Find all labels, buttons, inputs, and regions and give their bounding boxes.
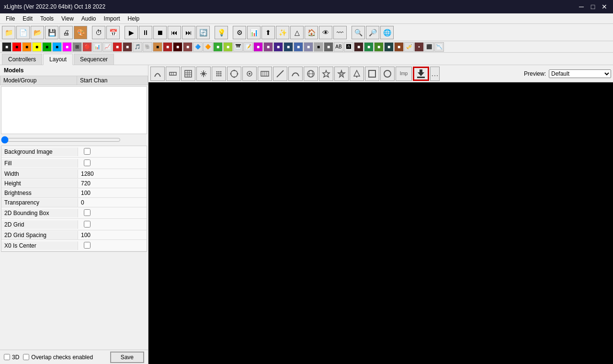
search2-btn[interactable]: 🔎 [366, 26, 379, 39]
replay-btn[interactable]: 🔄 [196, 26, 210, 39]
menu-file[interactable]: File [2, 14, 19, 23]
spinner-btn[interactable] [242, 67, 257, 81]
save-button[interactable]: Save [110, 352, 144, 363]
icon-btn-6[interactable]: ■ [52, 42, 62, 52]
icon-btn-1[interactable]: ■ [2, 42, 11, 52]
prop-checkbox-bounding-box[interactable] [84, 209, 91, 216]
minimize-button[interactable]: ─ [577, 2, 586, 11]
models-list-area[interactable] [1, 86, 147, 134]
icon-btn-10[interactable]: 📊 [92, 42, 102, 52]
new-btn[interactable]: 📄 [16, 26, 30, 39]
icon-btn-44[interactable]: 📉 [434, 42, 444, 52]
preview2-btn[interactable]: 👁 [319, 26, 332, 39]
prop-checkbox-2d-grid[interactable] [84, 221, 91, 228]
icon-btn-15[interactable]: 🐘 [143, 42, 152, 52]
icon-btn-8[interactable]: ⊞ [72, 42, 82, 52]
icon-btn-16[interactable]: ■ [153, 42, 162, 52]
h-scroll-input[interactable] [1, 136, 121, 144]
icon-btn-33[interactable]: ■ [324, 42, 333, 52]
matrix-btn[interactable] [181, 67, 195, 81]
icon-btn-9[interactable]: 🔴 [82, 42, 92, 52]
icon-btn-17[interactable]: ■ [163, 42, 172, 52]
menu-audio[interactable]: Audio [78, 14, 100, 23]
icon-btn-22[interactable]: ■ [213, 42, 223, 52]
icon-btn-34[interactable]: AB [334, 42, 343, 52]
icon-btn-40[interactable]: ■ [394, 42, 404, 52]
icon-btn-26[interactable]: ■ [253, 42, 263, 52]
icon-btn-7[interactable]: ■ [62, 42, 72, 52]
icon-btn-36[interactable]: ■ [354, 42, 363, 52]
menu-tools[interactable]: Tools [36, 14, 57, 23]
icon-btn-31[interactable]: ■ [304, 42, 313, 52]
maximize-button[interactable]: □ [588, 2, 598, 11]
prop-checkbox-x0-center[interactable] [84, 242, 91, 249]
more-btn[interactable]: … [430, 67, 440, 81]
checkbox-overlap[interactable] [23, 354, 29, 360]
settings-btn[interactable]: ⚙ [233, 26, 246, 39]
open-folder-btn[interactable]: 📁 [2, 26, 15, 39]
curve-btn[interactable] [288, 67, 303, 81]
line-btn[interactable] [273, 67, 287, 81]
icon-btn-18[interactable]: ■ [173, 42, 182, 52]
color-btn[interactable]: 🎨 [74, 26, 87, 39]
preview-dropdown[interactable]: Default Custom [549, 69, 611, 78]
tree-btn[interactable] [350, 67, 364, 81]
import-btn[interactable]: Imp [396, 67, 412, 81]
bulb-btn[interactable]: 💡 [215, 26, 228, 39]
icon-btn-5[interactable]: ■ [42, 42, 52, 52]
starburst-btn[interactable] [196, 67, 211, 81]
menu-view[interactable]: View [57, 14, 78, 23]
dots-grid-btn[interactable] [212, 67, 226, 81]
star-btn[interactable] [319, 67, 333, 81]
icon-btn-19[interactable]: ■ [183, 42, 193, 52]
star2-btn[interactable] [334, 67, 349, 81]
icon-btn-37[interactable]: ■ [364, 42, 374, 52]
icon-btn-35[interactable]: 🅰 [344, 42, 353, 52]
menu-import[interactable]: Import [100, 14, 124, 23]
tab-layout[interactable]: Layout [43, 54, 73, 65]
upload-btn[interactable]: ⬆ [261, 26, 275, 39]
icon-btn-27[interactable]: ■ [263, 42, 273, 52]
stop-btn[interactable]: ⏹ [153, 26, 167, 39]
schedule-btn[interactable]: ⏱ [92, 26, 105, 39]
checkbox-3d[interactable] [4, 354, 10, 360]
download-btn[interactable] [413, 67, 429, 81]
icon-btn-21[interactable]: 🔶 [203, 42, 213, 52]
save-file-btn[interactable]: 💾 [45, 26, 58, 39]
icon-btn-11[interactable]: 📈 [102, 42, 112, 52]
icon-btn-29[interactable]: ■ [284, 42, 293, 52]
icon-btn-3[interactable]: ■ [22, 42, 32, 52]
prop-checkbox-fill[interactable] [84, 159, 91, 166]
icon-btn-12[interactable]: ■ [113, 42, 122, 52]
channels-btn[interactable]: 📊 [247, 26, 261, 39]
prop-checkbox-bg-image[interactable] [84, 148, 91, 155]
rewind-btn[interactable]: ⏮ [168, 26, 181, 39]
play-btn[interactable]: ▶ [125, 26, 138, 39]
icon-btn-28[interactable]: ■ [273, 42, 283, 52]
icon-btn-13[interactable]: ■ [123, 42, 132, 52]
icon-btn-24[interactable]: 🎹 [233, 42, 243, 52]
print-btn[interactable]: 🖨 [59, 26, 73, 39]
calendar-btn[interactable]: 📅 [106, 26, 120, 39]
icon-btn-43[interactable]: ⬛ [424, 42, 434, 52]
icon-btn-32[interactable]: ■ [314, 42, 323, 52]
menu-edit[interactable]: Edit [19, 14, 36, 23]
network-btn[interactable]: 🌐 [380, 26, 394, 39]
icon-btn-30[interactable]: ■ [294, 42, 303, 52]
icon-btn-42[interactable]: ▪ [414, 42, 424, 52]
pause-btn[interactable]: ⏸ [139, 26, 152, 39]
tab-sequencer[interactable]: Sequencer [74, 54, 114, 65]
icon-btn-41[interactable]: 🎺 [404, 42, 414, 52]
menu-help[interactable]: Help [124, 14, 144, 23]
globe-btn[interactable] [304, 67, 318, 81]
icon-btn-25[interactable]: 📝 [243, 42, 253, 52]
horizontal-matrix-btn[interactable] [166, 67, 180, 81]
icon-btn-14[interactable]: 🎵 [133, 42, 142, 52]
circle-btn[interactable] [380, 67, 395, 81]
square-outline-btn[interactable] [365, 67, 379, 81]
close-button[interactable]: ✕ [600, 2, 609, 11]
forward-btn[interactable]: ⏭ [182, 26, 195, 39]
icon-btn-20[interactable]: 🔷 [193, 42, 203, 52]
icon-btn-39[interactable]: ■ [384, 42, 394, 52]
circular-btn[interactable] [227, 67, 241, 81]
